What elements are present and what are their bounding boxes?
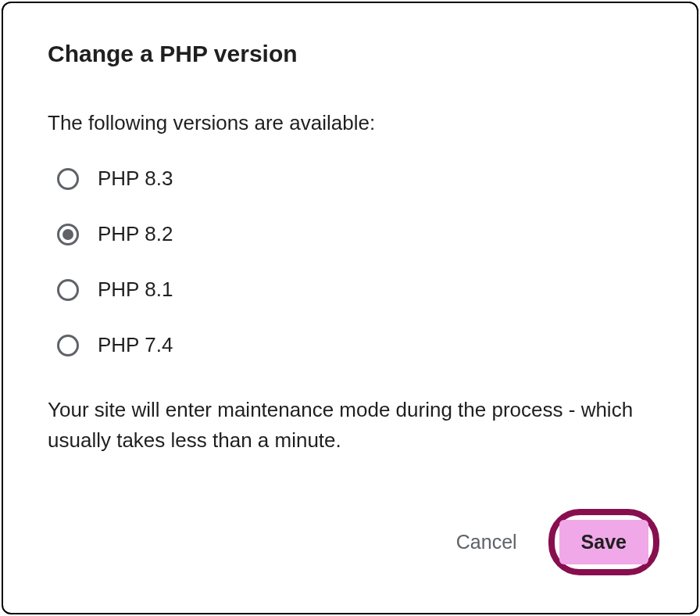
radio-option-php-7-4[interactable]: PHP 7.4 <box>57 333 652 357</box>
radio-icon <box>57 168 79 190</box>
dialog-description: The following versions are available: <box>48 111 652 135</box>
radio-icon <box>57 335 79 356</box>
save-button-highlight: Save <box>548 509 659 575</box>
radio-icon <box>57 224 79 245</box>
cancel-button[interactable]: Cancel <box>444 521 530 563</box>
save-button[interactable]: Save <box>559 520 648 564</box>
php-version-radio-group: PHP 8.3 PHP 8.2 PHP 8.1 PHP 7.4 <box>57 167 652 357</box>
dialog-title: Change a PHP version <box>48 41 652 67</box>
radio-label: PHP 7.4 <box>98 333 173 357</box>
maintenance-note: Your site will enter maintenance mode du… <box>48 395 652 456</box>
radio-label: PHP 8.2 <box>98 222 173 246</box>
dialog-actions: Cancel Save <box>444 509 659 575</box>
radio-label: PHP 8.3 <box>98 167 173 191</box>
radio-label: PHP 8.1 <box>98 278 173 302</box>
radio-option-php-8-2[interactable]: PHP 8.2 <box>57 222 652 246</box>
radio-icon <box>57 279 79 301</box>
php-version-dialog: Change a PHP version The following versi… <box>2 2 698 614</box>
radio-option-php-8-1[interactable]: PHP 8.1 <box>57 278 652 302</box>
radio-option-php-8-3[interactable]: PHP 8.3 <box>57 167 652 191</box>
